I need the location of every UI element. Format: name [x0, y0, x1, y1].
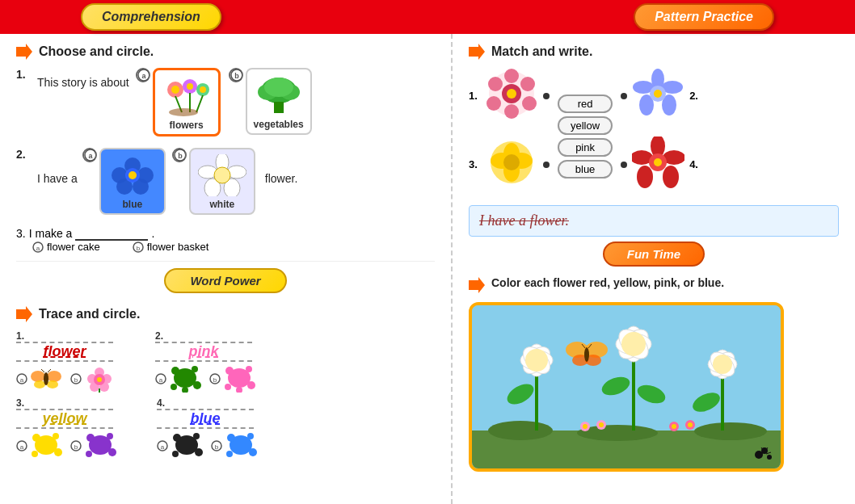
q2-choice-a-label: a: [82, 148, 97, 162]
svg-text:a: a: [88, 152, 93, 160]
svg-text:a: a: [161, 443, 165, 451]
fun-time-arrow-icon: [469, 277, 485, 293]
svg-text:b: b: [137, 245, 141, 252]
content-area: Choose and circle. 1. This story is abou…: [0, 34, 855, 504]
svg-point-117: [503, 154, 520, 170]
svg-text:b: b: [178, 152, 183, 160]
trace-circle-header: Trace and circle.: [16, 306, 435, 322]
garden-box: [469, 302, 784, 472]
q2-num: 2.: [16, 148, 32, 161]
q1-b-label: vegetables: [254, 119, 304, 130]
q2-choice-b-box[interactable]: white: [189, 148, 255, 215]
match-4-num: 4.: [689, 158, 701, 170]
match-4-dot: [621, 162, 627, 168]
match-item-2: 2.: [621, 68, 701, 124]
q3-choice-b: b flower basket: [133, 241, 209, 253]
q3-b-text: flower basket: [147, 241, 209, 253]
top-bar: Comprehension Pattern Practice: [0, 0, 855, 34]
svg-point-27: [128, 171, 137, 179]
section1-title: Choose and circle.: [39, 44, 154, 59]
q3-text: I make a: [29, 227, 73, 240]
svg-point-80: [54, 448, 62, 456]
svg-point-108: [486, 96, 501, 111]
svg-point-66: [182, 387, 188, 393]
svg-point-57: [97, 377, 102, 382]
match-3-dot: [543, 162, 550, 168]
question-3-row: 3. I make a . a flower cake b flower bas…: [16, 226, 435, 253]
match-arrow-icon: [469, 44, 485, 60]
q1-choice-b-box[interactable]: vegetables: [246, 68, 312, 135]
svg-point-44: [34, 380, 45, 388]
question-2-row: 2. I have a a: [16, 148, 435, 215]
svg-text:b: b: [234, 72, 239, 80]
match-2-dot: [621, 93, 627, 99]
svg-point-72: [247, 381, 255, 389]
q3-choice-a: a flower cake: [32, 241, 100, 253]
section-arrow-icon: [16, 44, 32, 60]
flower-4-image: [632, 136, 684, 192]
svg-point-93: [193, 433, 200, 439]
color-red-btn[interactable]: red: [558, 94, 613, 113]
q1-num: 1.: [16, 68, 32, 81]
question-1-row: 1. This story is about a: [16, 68, 435, 136]
color-instruction: Color each flower red, yellow, pink, or …: [491, 276, 724, 289]
fun-time-section: Fun Time Color each flower red, yellow, …: [469, 242, 839, 472]
comprehension-tab[interactable]: Comprehension: [81, 3, 221, 31]
choose-circle-section: Choose and circle.: [16, 44, 435, 60]
word-power-button[interactable]: Word Power: [164, 268, 286, 293]
q1-choice-a-box[interactable]: flowers: [153, 68, 221, 136]
trace-1-num: 1.: [16, 330, 24, 342]
trace-item-3: 3. yellow a: [16, 397, 116, 460]
svg-point-11: [169, 108, 198, 116]
svg-point-107: [504, 104, 519, 119]
match-section: Match and write. 1.: [469, 44, 839, 197]
color-blue-btn[interactable]: blue: [558, 160, 613, 178]
q3-num: 3.: [16, 227, 26, 240]
svg-text:b: b: [74, 443, 78, 451]
svg-text:b: b: [215, 443, 219, 451]
flower-1-image: [486, 68, 538, 124]
trace-3-num: 3.: [16, 397, 24, 409]
q3-a-text: flower cake: [47, 241, 100, 253]
svg-point-45: [47, 380, 58, 388]
svg-point-5: [187, 83, 193, 90]
trace-1-word: flower: [16, 342, 113, 362]
svg-point-92: [173, 434, 181, 442]
svg-point-71: [246, 366, 252, 372]
svg-point-166: [688, 422, 693, 427]
trace-3-choices: a b: [16, 431, 116, 460]
svg-point-65: [171, 384, 177, 390]
svg-point-79: [53, 433, 59, 439]
color-pink-btn[interactable]: pink: [558, 138, 613, 157]
pattern-practice-tab[interactable]: Pattern Practice: [634, 3, 774, 31]
svg-point-88: [86, 451, 92, 457]
svg-point-70: [225, 367, 234, 375]
svg-point-73: [225, 384, 231, 390]
svg-text:a: a: [159, 376, 163, 384]
color-options: red yellow pink blue: [558, 94, 613, 178]
trace-row-2: 3. yellow a: [16, 397, 435, 460]
q2-text: I have a: [37, 172, 78, 185]
trace-1-choices: a: [16, 364, 115, 393]
color-yellow-btn[interactable]: yellow: [558, 116, 613, 135]
match-item-1: 1.: [469, 68, 550, 124]
q2-choice-a-box[interactable]: blue: [99, 148, 166, 215]
svg-point-134: [488, 421, 553, 440]
svg-point-7: [200, 86, 206, 93]
main-container: Comprehension Pattern Practice Choose an…: [0, 0, 855, 504]
svg-text:b: b: [213, 376, 217, 384]
svg-point-81: [32, 451, 38, 457]
fun-time-button[interactable]: Fun Time: [603, 242, 705, 267]
svg-point-101: [249, 448, 257, 456]
svg-point-164: [672, 424, 676, 429]
match-1-dot: [543, 93, 550, 99]
svg-point-87: [108, 448, 116, 456]
q1-text: This story is about: [37, 76, 129, 89]
svg-line-10: [196, 95, 203, 112]
q2-choice-b-label: b: [172, 148, 187, 162]
svg-text:a: a: [36, 245, 40, 252]
q2-end-text: flower.: [265, 172, 297, 185]
svg-point-100: [247, 433, 254, 439]
q1-choices: a: [136, 68, 312, 136]
trace-2-num: 2.: [155, 330, 163, 342]
